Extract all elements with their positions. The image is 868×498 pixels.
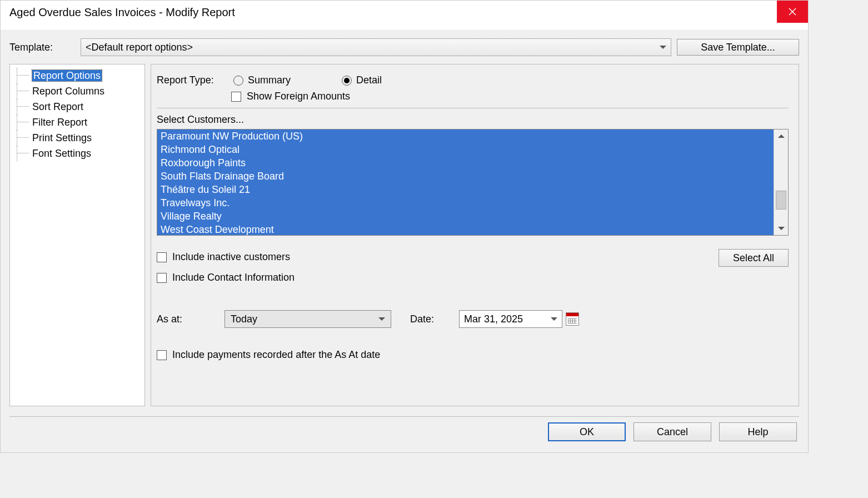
- template-select[interactable]: <Default report options>: [81, 38, 671, 56]
- checkbox-icon: [157, 252, 167, 262]
- select-customers-label: Select Customers...: [157, 114, 789, 126]
- customers-listbox[interactable]: Paramount NW Production (US) Richmond Op…: [157, 129, 789, 236]
- scrollbar[interactable]: [774, 130, 788, 235]
- cancel-button[interactable]: Cancel: [633, 422, 711, 441]
- list-item[interactable]: Travelways Inc.: [157, 196, 774, 210]
- tree-item-report-options[interactable]: Report Options: [13, 68, 141, 83]
- checkbox-icon: [157, 273, 167, 283]
- template-row: Template: <Default report options> Save …: [9, 38, 799, 56]
- divider: [157, 108, 789, 108]
- date-select[interactable]: Mar 31, 2025: [459, 310, 562, 328]
- include-contact-checkbox[interactable]: Include Contact Information: [157, 270, 295, 286]
- radio-summary-label: Summary: [248, 74, 291, 86]
- radio-detail[interactable]: Detail: [342, 74, 382, 86]
- include-options: Include inactive customers Include Conta…: [157, 249, 295, 286]
- tree-item-label: Sort Report: [32, 101, 83, 112]
- include-contact-label: Include Contact Information: [172, 272, 295, 283]
- radio-icon: [342, 76, 352, 86]
- nav-tree: Report Options Report Columns Sort Repor…: [9, 64, 145, 406]
- tree-item-label: Print Settings: [32, 132, 92, 143]
- dialog-window: Aged Overdue Sales Invoices - Modify Rep…: [0, 0, 809, 453]
- show-foreign-checkbox[interactable]: Show Foreign Amounts: [231, 88, 789, 104]
- tree-item-label: Report Columns: [32, 86, 104, 97]
- body-row: Report Options Report Columns Sort Repor…: [9, 64, 799, 406]
- radio-icon: [233, 76, 243, 86]
- list-item[interactable]: Village Realty: [157, 210, 774, 223]
- scroll-down-button[interactable]: [774, 222, 788, 235]
- calendar-icon[interactable]: [566, 312, 579, 326]
- include-inactive-label: Include inactive customers: [172, 251, 290, 263]
- chevron-down-icon: [551, 317, 557, 321]
- scroll-up-button[interactable]: [774, 130, 788, 143]
- report-type-label: Report Type:: [157, 74, 231, 86]
- tree-item-filter-report[interactable]: Filter Report: [13, 114, 141, 130]
- template-label: Template:: [9, 42, 75, 53]
- close-button[interactable]: [777, 1, 808, 23]
- as-at-select[interactable]: Today: [225, 310, 391, 328]
- list-item[interactable]: Richmond Optical: [157, 143, 774, 156]
- checkbox-icon: [157, 350, 167, 360]
- tree-item-font-settings[interactable]: Font Settings: [13, 146, 141, 161]
- footer-divider: [9, 416, 799, 417]
- ok-button[interactable]: OK: [548, 422, 626, 441]
- tree-item-print-settings[interactable]: Print Settings: [13, 130, 141, 146]
- include-payments-label: Include payments recorded after the As A…: [172, 349, 380, 361]
- content-area: Template: <Default report options> Save …: [1, 31, 808, 452]
- template-select-value: <Default report options>: [86, 42, 193, 53]
- arrow-up-icon: [778, 135, 785, 138]
- tree-item-report-columns[interactable]: Report Columns: [13, 83, 141, 99]
- report-type-row: Report Type: Summary Detail: [157, 71, 789, 88]
- as-at-label: As at:: [157, 313, 210, 325]
- scroll-track[interactable]: [774, 143, 788, 222]
- close-icon: [788, 7, 797, 16]
- chevron-down-icon: [660, 46, 666, 49]
- include-payments-checkbox[interactable]: Include payments recorded after the As A…: [157, 347, 789, 363]
- arrow-down-icon: [778, 227, 785, 230]
- list-item[interactable]: West Coast Development: [157, 223, 774, 235]
- as-at-row: As at: Today Date: Mar 31, 2025: [157, 310, 789, 328]
- help-button[interactable]: Help: [719, 422, 797, 441]
- chevron-down-icon: [378, 317, 385, 321]
- tree-item-label: Filter Report: [32, 117, 87, 128]
- radio-detail-label: Detail: [356, 74, 382, 86]
- scroll-thumb[interactable]: [776, 191, 786, 210]
- list-item[interactable]: Théâtre du Soleil 21: [157, 183, 774, 196]
- window-title: Aged Overdue Sales Invoices - Modify Rep…: [1, 1, 244, 19]
- tree-item-label: Font Settings: [32, 148, 91, 159]
- after-list-row: Include inactive customers Include Conta…: [157, 249, 789, 286]
- include-inactive-checkbox[interactable]: Include inactive customers: [157, 249, 295, 265]
- date-label: Date:: [410, 313, 445, 325]
- tree-item-sort-report[interactable]: Sort Report: [13, 99, 141, 114]
- list-item[interactable]: Paramount NW Production (US): [157, 130, 774, 143]
- as-at-value: Today: [231, 313, 257, 325]
- footer-buttons: OK Cancel Help: [9, 422, 799, 448]
- radio-summary[interactable]: Summary: [233, 74, 291, 86]
- checkbox-icon: [231, 92, 241, 102]
- show-foreign-label: Show Foreign Amounts: [247, 91, 350, 102]
- customers-list-content: Paramount NW Production (US) Richmond Op…: [157, 130, 774, 235]
- main-panel: Report Type: Summary Detail Show Foreign…: [151, 64, 799, 406]
- select-all-button[interactable]: Select All: [719, 249, 789, 267]
- tree-item-label: Report Options: [32, 70, 102, 81]
- save-template-button[interactable]: Save Template...: [677, 39, 799, 56]
- date-field-wrap: Mar 31, 2025: [459, 310, 579, 328]
- date-value: Mar 31, 2025: [464, 313, 523, 325]
- list-item[interactable]: Roxborough Paints: [157, 156, 774, 170]
- titlebar: Aged Overdue Sales Invoices - Modify Rep…: [1, 1, 808, 31]
- list-item[interactable]: South Flats Drainage Board: [157, 170, 774, 183]
